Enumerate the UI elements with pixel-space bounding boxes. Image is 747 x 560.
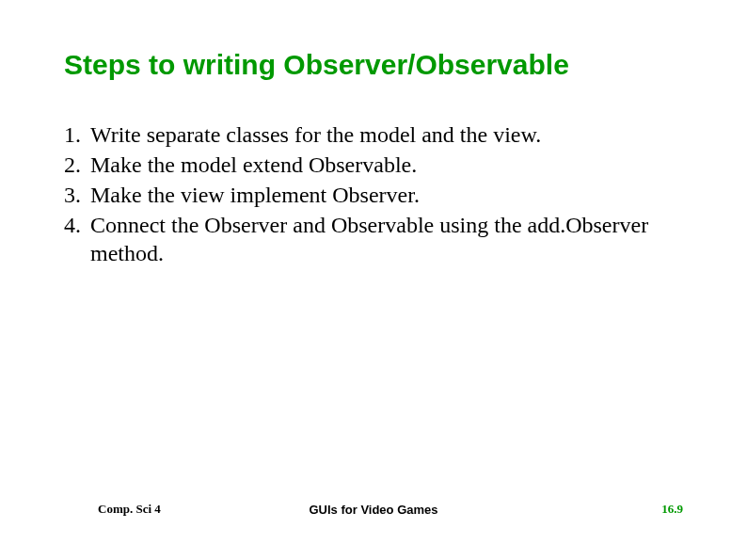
list-item: 1. Write separate classes for the model … bbox=[64, 120, 683, 149]
list-item: 3. Make the view implement Observer. bbox=[64, 181, 683, 209]
footer-page-number: 16.9 bbox=[661, 502, 683, 517]
list-number: 3. bbox=[64, 181, 90, 209]
list-text: Write separate classes for the model and… bbox=[90, 120, 541, 149]
list-number: 2. bbox=[64, 151, 90, 179]
numbered-list: 1. Write separate classes for the model … bbox=[64, 120, 683, 267]
list-text: Connect the Observer and Observable usin… bbox=[90, 211, 683, 267]
list-number: 4. bbox=[64, 211, 90, 267]
list-text: Make the view implement Observer. bbox=[90, 181, 420, 209]
list-number: 1. bbox=[64, 120, 90, 149]
list-text: Make the model extend Observable. bbox=[90, 151, 417, 179]
list-item: 2. Make the model extend Observable. bbox=[64, 151, 683, 179]
slide-footer: Comp. Sci 4 GUIs for Video Games 16.9 bbox=[0, 502, 747, 517]
list-item: 4. Connect the Observer and Observable u… bbox=[64, 211, 683, 267]
footer-course: Comp. Sci 4 bbox=[98, 502, 161, 517]
slide-container: Steps to writing Observer/Observable 1. … bbox=[0, 0, 747, 560]
slide-title: Steps to writing Observer/Observable bbox=[64, 49, 683, 81]
footer-topic: GUIs for Video Games bbox=[309, 503, 437, 517]
